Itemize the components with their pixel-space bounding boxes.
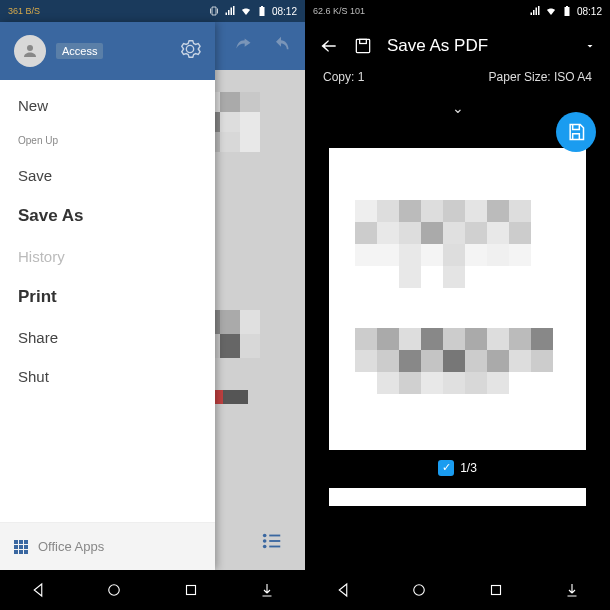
- menu-item-save-as[interactable]: Save As: [0, 195, 215, 237]
- svg-rect-10: [186, 586, 195, 595]
- svg-rect-8: [360, 39, 367, 43]
- page-selected-checkbox[interactable]: ✓: [438, 460, 454, 476]
- nav-recent-icon[interactable]: [182, 581, 200, 599]
- vibrate-icon: [208, 5, 220, 17]
- page-preview[interactable]: [329, 148, 586, 450]
- menu-item-save[interactable]: Save: [0, 156, 215, 195]
- wifi-icon: [240, 5, 252, 17]
- nav-recent-icon[interactable]: [487, 581, 505, 599]
- dropdown-icon[interactable]: [584, 40, 596, 52]
- svg-rect-3: [269, 540, 280, 542]
- preview-area: ✓ 1/3: [329, 148, 586, 506]
- list-view-icon[interactable]: [261, 530, 283, 556]
- paper-size: Paper Size: ISO A4: [489, 70, 592, 84]
- svg-rect-5: [269, 546, 280, 548]
- menu-item-open[interactable]: Open Up: [0, 125, 215, 156]
- svg-point-0: [263, 534, 267, 538]
- page-number: 1/3: [460, 461, 477, 475]
- apps-grid-icon: [14, 540, 28, 554]
- drawer-menu: Access New Open Up Save Save As History …: [0, 22, 215, 570]
- nav-back-icon[interactable]: [29, 581, 47, 599]
- page-title: Save As PDF: [387, 36, 570, 56]
- svg-point-11: [414, 585, 425, 596]
- access-badge[interactable]: Access: [56, 43, 103, 59]
- page-counter: ✓ 1/3: [438, 460, 477, 476]
- nav-down-icon[interactable]: [258, 581, 276, 599]
- pdf-header: Save As PDF: [305, 22, 610, 70]
- svg-point-6: [27, 45, 33, 51]
- next-page-preview[interactable]: [329, 488, 586, 506]
- save-fab-button[interactable]: [556, 112, 596, 152]
- drawer-footer[interactable]: Office Apps: [0, 522, 215, 570]
- svg-rect-7: [356, 39, 369, 52]
- svg-point-9: [109, 585, 120, 596]
- signal-icon: [224, 5, 236, 17]
- save-pdf-icon: [353, 36, 373, 56]
- wifi-icon: [545, 5, 557, 17]
- nav-home-icon[interactable]: [105, 581, 123, 599]
- svg-point-4: [263, 545, 267, 549]
- avatar[interactable]: [14, 35, 46, 67]
- battery-icon: [256, 5, 268, 17]
- menu-item-share[interactable]: Share: [0, 318, 215, 357]
- status-bar: 62.6 K/S 101 08:12: [305, 0, 610, 22]
- copy-count: Copy: 1: [323, 70, 364, 84]
- svg-point-2: [263, 539, 267, 543]
- signal-icon: [529, 5, 541, 17]
- drawer-menu-list: New Open Up Save Save As History Print S…: [0, 80, 215, 522]
- settings-button[interactable]: [179, 38, 201, 64]
- nav-down-icon[interactable]: [563, 581, 581, 599]
- clock: 08:12: [272, 6, 297, 17]
- share-icon[interactable]: [233, 36, 253, 56]
- clock: 08:12: [577, 6, 602, 17]
- network-speed: 361 B/S: [8, 6, 40, 16]
- nav-back-icon[interactable]: [334, 581, 352, 599]
- save-icon: [566, 122, 586, 142]
- pixelated-content: [355, 328, 553, 394]
- battery-icon: [561, 5, 573, 17]
- menu-item-print[interactable]: Print: [0, 276, 215, 318]
- network-speed: 62.6 K/S 101: [313, 6, 365, 16]
- nav-home-icon[interactable]: [410, 581, 428, 599]
- svg-rect-12: [491, 586, 500, 595]
- menu-item-history[interactable]: History: [0, 237, 215, 276]
- office-apps-label: Office Apps: [38, 539, 104, 554]
- back-icon[interactable]: [319, 36, 339, 56]
- gear-icon: [179, 38, 201, 60]
- undo-icon[interactable]: [271, 36, 291, 56]
- menu-item-new[interactable]: New: [0, 86, 215, 125]
- expand-options-icon[interactable]: ⌄: [305, 100, 610, 116]
- status-bar: 361 B/S 08:12: [0, 0, 305, 22]
- pixelated-content: [355, 200, 553, 288]
- svg-rect-1: [269, 535, 280, 537]
- drawer-header: Access: [0, 22, 215, 80]
- menu-item-shut[interactable]: Shut: [0, 357, 215, 396]
- navigation-bar: [0, 570, 610, 610]
